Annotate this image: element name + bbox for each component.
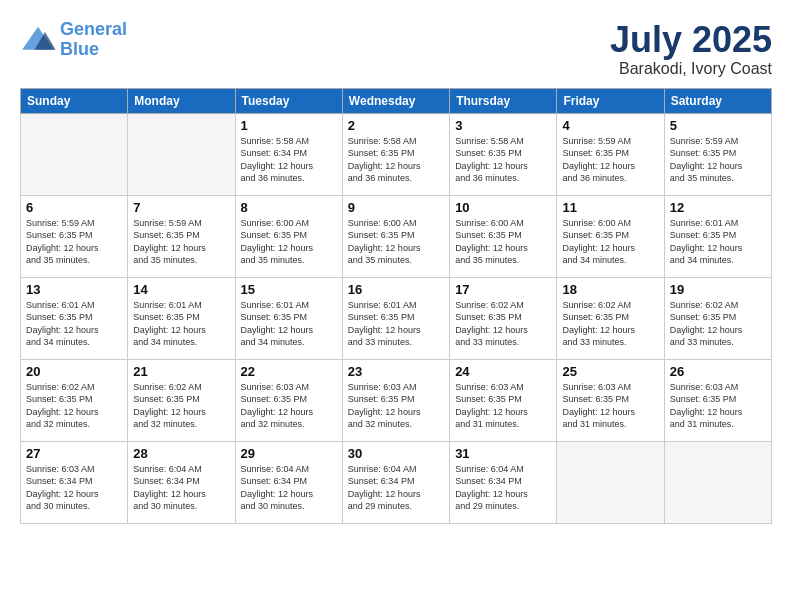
day-info: Sunrise: 6:01 AM Sunset: 6:35 PM Dayligh… <box>348 299 444 349</box>
day-info: Sunrise: 6:02 AM Sunset: 6:35 PM Dayligh… <box>133 381 229 431</box>
day-number: 12 <box>670 200 766 215</box>
day-cell: 5Sunrise: 5:59 AM Sunset: 6:35 PM Daylig… <box>664 113 771 195</box>
day-info: Sunrise: 6:02 AM Sunset: 6:35 PM Dayligh… <box>26 381 122 431</box>
day-cell: 27Sunrise: 6:03 AM Sunset: 6:34 PM Dayli… <box>21 441 128 523</box>
logo-text: General Blue <box>60 20 127 60</box>
day-cell: 10Sunrise: 6:00 AM Sunset: 6:35 PM Dayli… <box>450 195 557 277</box>
day-cell: 21Sunrise: 6:02 AM Sunset: 6:35 PM Dayli… <box>128 359 235 441</box>
day-cell: 9Sunrise: 6:00 AM Sunset: 6:35 PM Daylig… <box>342 195 449 277</box>
day-info: Sunrise: 6:03 AM Sunset: 6:35 PM Dayligh… <box>241 381 337 431</box>
day-number: 29 <box>241 446 337 461</box>
day-cell <box>21 113 128 195</box>
day-info: Sunrise: 6:01 AM Sunset: 6:35 PM Dayligh… <box>26 299 122 349</box>
day-cell: 16Sunrise: 6:01 AM Sunset: 6:35 PM Dayli… <box>342 277 449 359</box>
day-info: Sunrise: 6:02 AM Sunset: 6:35 PM Dayligh… <box>562 299 658 349</box>
day-info: Sunrise: 6:04 AM Sunset: 6:34 PM Dayligh… <box>455 463 551 513</box>
day-number: 25 <box>562 364 658 379</box>
day-cell: 24Sunrise: 6:03 AM Sunset: 6:35 PM Dayli… <box>450 359 557 441</box>
day-cell: 18Sunrise: 6:02 AM Sunset: 6:35 PM Dayli… <box>557 277 664 359</box>
day-number: 23 <box>348 364 444 379</box>
week-row-4: 20Sunrise: 6:02 AM Sunset: 6:35 PM Dayli… <box>21 359 772 441</box>
day-info: Sunrise: 6:04 AM Sunset: 6:34 PM Dayligh… <box>241 463 337 513</box>
day-cell: 26Sunrise: 6:03 AM Sunset: 6:35 PM Dayli… <box>664 359 771 441</box>
logo-blue: Blue <box>60 39 99 59</box>
day-number: 5 <box>670 118 766 133</box>
day-cell: 20Sunrise: 6:02 AM Sunset: 6:35 PM Dayli… <box>21 359 128 441</box>
location-subtitle: Barakodi, Ivory Coast <box>610 60 772 78</box>
day-cell: 13Sunrise: 6:01 AM Sunset: 6:35 PM Dayli… <box>21 277 128 359</box>
day-number: 20 <box>26 364 122 379</box>
day-cell: 1Sunrise: 5:58 AM Sunset: 6:34 PM Daylig… <box>235 113 342 195</box>
day-info: Sunrise: 5:59 AM Sunset: 6:35 PM Dayligh… <box>562 135 658 185</box>
day-cell: 6Sunrise: 5:59 AM Sunset: 6:35 PM Daylig… <box>21 195 128 277</box>
day-cell: 15Sunrise: 6:01 AM Sunset: 6:35 PM Dayli… <box>235 277 342 359</box>
day-info: Sunrise: 6:01 AM Sunset: 6:35 PM Dayligh… <box>133 299 229 349</box>
day-number: 7 <box>133 200 229 215</box>
day-number: 21 <box>133 364 229 379</box>
day-cell: 3Sunrise: 5:58 AM Sunset: 6:35 PM Daylig… <box>450 113 557 195</box>
day-info: Sunrise: 6:03 AM Sunset: 6:35 PM Dayligh… <box>562 381 658 431</box>
day-number: 1 <box>241 118 337 133</box>
day-info: Sunrise: 5:58 AM Sunset: 6:34 PM Dayligh… <box>241 135 337 185</box>
day-cell <box>664 441 771 523</box>
week-row-5: 27Sunrise: 6:03 AM Sunset: 6:34 PM Dayli… <box>21 441 772 523</box>
day-cell: 19Sunrise: 6:02 AM Sunset: 6:35 PM Dayli… <box>664 277 771 359</box>
day-number: 27 <box>26 446 122 461</box>
day-info: Sunrise: 6:04 AM Sunset: 6:34 PM Dayligh… <box>133 463 229 513</box>
month-year-title: July 2025 <box>610 20 772 60</box>
day-number: 11 <box>562 200 658 215</box>
day-info: Sunrise: 6:04 AM Sunset: 6:34 PM Dayligh… <box>348 463 444 513</box>
day-info: Sunrise: 6:00 AM Sunset: 6:35 PM Dayligh… <box>562 217 658 267</box>
day-info: Sunrise: 6:02 AM Sunset: 6:35 PM Dayligh… <box>670 299 766 349</box>
calendar-table: SundayMondayTuesdayWednesdayThursdayFrid… <box>20 88 772 524</box>
day-number: 24 <box>455 364 551 379</box>
day-info: Sunrise: 5:59 AM Sunset: 6:35 PM Dayligh… <box>26 217 122 267</box>
day-cell <box>557 441 664 523</box>
day-cell: 4Sunrise: 5:59 AM Sunset: 6:35 PM Daylig… <box>557 113 664 195</box>
day-number: 17 <box>455 282 551 297</box>
day-number: 3 <box>455 118 551 133</box>
day-info: Sunrise: 5:59 AM Sunset: 6:35 PM Dayligh… <box>133 217 229 267</box>
day-info: Sunrise: 5:59 AM Sunset: 6:35 PM Dayligh… <box>670 135 766 185</box>
day-number: 16 <box>348 282 444 297</box>
day-cell: 8Sunrise: 6:00 AM Sunset: 6:35 PM Daylig… <box>235 195 342 277</box>
day-number: 14 <box>133 282 229 297</box>
day-cell: 2Sunrise: 5:58 AM Sunset: 6:35 PM Daylig… <box>342 113 449 195</box>
col-header-wednesday: Wednesday <box>342 88 449 113</box>
day-cell: 12Sunrise: 6:01 AM Sunset: 6:35 PM Dayli… <box>664 195 771 277</box>
day-info: Sunrise: 6:03 AM Sunset: 6:34 PM Dayligh… <box>26 463 122 513</box>
week-row-3: 13Sunrise: 6:01 AM Sunset: 6:35 PM Dayli… <box>21 277 772 359</box>
logo: General Blue <box>20 20 127 60</box>
day-info: Sunrise: 6:00 AM Sunset: 6:35 PM Dayligh… <box>455 217 551 267</box>
day-number: 30 <box>348 446 444 461</box>
day-number: 15 <box>241 282 337 297</box>
week-row-1: 1Sunrise: 5:58 AM Sunset: 6:34 PM Daylig… <box>21 113 772 195</box>
day-number: 8 <box>241 200 337 215</box>
day-cell: 17Sunrise: 6:02 AM Sunset: 6:35 PM Dayli… <box>450 277 557 359</box>
day-number: 9 <box>348 200 444 215</box>
title-block: July 2025 Barakodi, Ivory Coast <box>610 20 772 78</box>
calendar-header-row: SundayMondayTuesdayWednesdayThursdayFrid… <box>21 88 772 113</box>
day-number: 4 <box>562 118 658 133</box>
day-info: Sunrise: 6:03 AM Sunset: 6:35 PM Dayligh… <box>455 381 551 431</box>
day-info: Sunrise: 6:01 AM Sunset: 6:35 PM Dayligh… <box>241 299 337 349</box>
logo-icon <box>20 25 56 55</box>
day-info: Sunrise: 6:00 AM Sunset: 6:35 PM Dayligh… <box>348 217 444 267</box>
day-number: 22 <box>241 364 337 379</box>
day-cell: 31Sunrise: 6:04 AM Sunset: 6:34 PM Dayli… <box>450 441 557 523</box>
day-number: 19 <box>670 282 766 297</box>
day-cell: 23Sunrise: 6:03 AM Sunset: 6:35 PM Dayli… <box>342 359 449 441</box>
day-cell: 30Sunrise: 6:04 AM Sunset: 6:34 PM Dayli… <box>342 441 449 523</box>
col-header-friday: Friday <box>557 88 664 113</box>
day-info: Sunrise: 6:00 AM Sunset: 6:35 PM Dayligh… <box>241 217 337 267</box>
day-cell: 14Sunrise: 6:01 AM Sunset: 6:35 PM Dayli… <box>128 277 235 359</box>
day-number: 31 <box>455 446 551 461</box>
col-header-sunday: Sunday <box>21 88 128 113</box>
day-number: 18 <box>562 282 658 297</box>
col-header-tuesday: Tuesday <box>235 88 342 113</box>
day-cell: 25Sunrise: 6:03 AM Sunset: 6:35 PM Dayli… <box>557 359 664 441</box>
day-info: Sunrise: 6:03 AM Sunset: 6:35 PM Dayligh… <box>670 381 766 431</box>
day-info: Sunrise: 5:58 AM Sunset: 6:35 PM Dayligh… <box>455 135 551 185</box>
day-number: 13 <box>26 282 122 297</box>
day-info: Sunrise: 6:02 AM Sunset: 6:35 PM Dayligh… <box>455 299 551 349</box>
